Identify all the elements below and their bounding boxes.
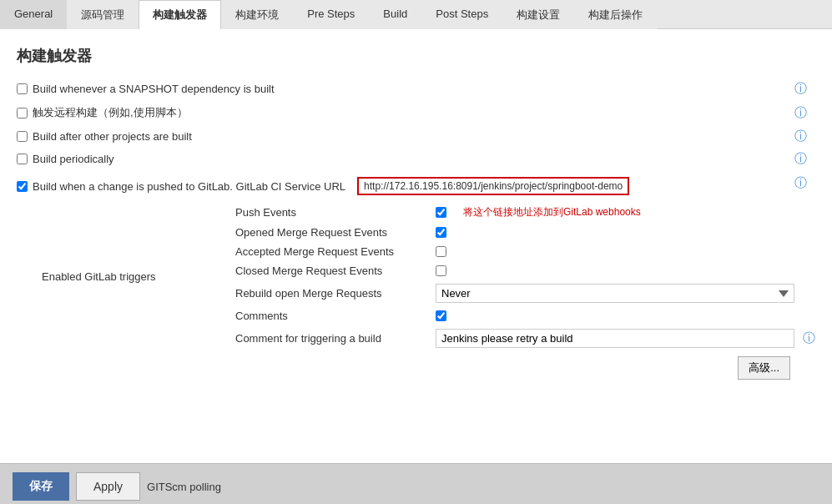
option-periodically-label: Build periodically: [33, 153, 114, 165]
rebuild-mr-label: Rebuild open Merge Requests: [235, 287, 436, 300]
help-icon-comment-trigger[interactable]: ⓘ: [803, 330, 815, 346]
help-icon-periodically[interactable]: ⓘ: [794, 151, 807, 167]
rebuild-mr-row: Rebuild open Merge Requests Never On pus…: [235, 284, 815, 303]
option-snapshot-label: Build whenever a SNAPSHOT dependency is …: [33, 83, 275, 95]
closed-mr-label: Closed Merge Request Events: [235, 265, 436, 277]
option-remote: 触发远程构建（例如,使用脚本） ⓘ: [17, 105, 815, 120]
option-after-other-label: Build after other projects are built: [33, 130, 192, 143]
tab-post-steps[interactable]: Post Steps: [421, 0, 502, 29]
enabled-gitlab-label: Enabled GitLab triggers: [42, 270, 235, 283]
option-gitlab: Build when a change is pushed to GitLab.…: [17, 175, 815, 195]
apply-button[interactable]: Apply: [76, 472, 140, 501]
option-periodically: Build periodically ⓘ: [17, 153, 815, 165]
comment-trigger-label: Comment for triggering a build: [235, 332, 436, 345]
help-icon-gitlab[interactable]: ⓘ: [794, 175, 807, 191]
tab-build-settings[interactable]: 构建设置: [502, 0, 574, 29]
save-button[interactable]: 保存: [13, 472, 69, 501]
checkbox-remote[interactable]: [17, 108, 28, 118]
checkbox-periodically[interactable]: [17, 154, 28, 164]
gitlab-url-display: http://172.16.195.16:8091/jenkins/projec…: [357, 177, 629, 195]
enabled-gitlab-controls: Push Events 将这个链接地址添加到GitLab webhooks Op…: [235, 205, 815, 348]
bottom-bar: 保存 Apply GITScm polling: [0, 463, 832, 504]
help-icon-remote[interactable]: ⓘ: [794, 105, 807, 121]
checkbox-after-other[interactable]: [17, 131, 28, 142]
option-remote-label: 触发远程构建（例如,使用脚本）: [33, 105, 188, 120]
tab-pre-steps[interactable]: Pre Steps: [293, 0, 369, 29]
accepted-mr-label: Accepted Merge Request Events: [235, 245, 436, 258]
push-events-label: Push Events: [235, 206, 436, 219]
checkbox-push-events[interactable]: [436, 207, 446, 218]
opened-mr-label: Opened Merge Request Events: [235, 226, 436, 239]
checkbox-opened-mr[interactable]: [436, 227, 446, 238]
closed-mr-row: Closed Merge Request Events: [235, 265, 815, 277]
checkbox-gitlab[interactable]: [17, 181, 28, 192]
comments-label: Comments: [235, 310, 436, 322]
checkbox-comments[interactable]: [436, 310, 446, 321]
content-area: 构建触发器 Build whenever a SNAPSHOT dependen…: [0, 29, 832, 463]
tab-build-env[interactable]: 构建环境: [221, 0, 293, 29]
tab-build[interactable]: Build: [369, 0, 421, 29]
tab-post-build[interactable]: 构建后操作: [574, 0, 657, 29]
tab-source-mgmt[interactable]: 源码管理: [67, 0, 139, 29]
page-title: 构建触发器: [17, 46, 815, 66]
option-after-other: Build after other projects are built ⓘ: [17, 130, 815, 143]
checkbox-accepted-mr[interactable]: [436, 246, 446, 257]
option-snapshot: Build whenever a SNAPSHOT dependency is …: [17, 83, 815, 95]
comment-trigger-input[interactable]: [436, 329, 794, 348]
checkbox-closed-mr[interactable]: [436, 265, 446, 276]
option-gitlab-label: Build when a change is pushed to GitLab.…: [33, 180, 345, 193]
help-icon-snapshot[interactable]: ⓘ: [794, 81, 807, 97]
accepted-mr-row: Accepted Merge Request Events: [235, 245, 815, 258]
advanced-button[interactable]: 高级...: [738, 356, 790, 380]
push-events-row: Push Events 将这个链接地址添加到GitLab webhooks: [235, 205, 815, 219]
scm-polling-label: GITScm polling: [147, 481, 221, 493]
tab-build-trigger[interactable]: 构建触发器: [139, 0, 221, 29]
comments-row: Comments: [235, 310, 815, 322]
advanced-btn-row: 高级...: [17, 356, 790, 380]
comment-trigger-row: Comment for triggering a build ⓘ: [235, 329, 815, 348]
tab-general[interactable]: General: [0, 0, 67, 29]
gitlab-hint-text: 将这个链接地址添加到GitLab webhooks: [463, 205, 641, 219]
enabled-gitlab-row: Enabled GitLab triggers Push Events 将这个链…: [42, 205, 815, 348]
opened-mr-row: Opened Merge Request Events: [235, 226, 815, 239]
gitlab-triggers-section: Enabled GitLab triggers Push Events 将这个链…: [42, 205, 815, 348]
tabs-bar: General 源码管理 构建触发器 构建环境 Pre Steps Build …: [0, 0, 832, 29]
checkbox-snapshot[interactable]: [17, 83, 28, 94]
rebuild-select[interactable]: Never On push to source branch On push t…: [436, 284, 794, 303]
help-icon-after-other[interactable]: ⓘ: [794, 129, 807, 144]
